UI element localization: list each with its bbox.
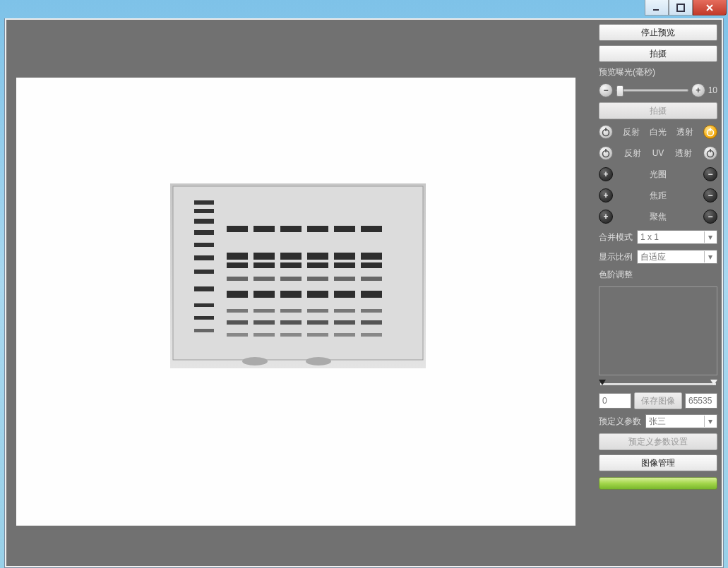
svg-rect-11	[194, 286, 214, 291]
preview-canvas	[16, 78, 575, 526]
histogram-box	[599, 286, 717, 375]
exposure-track[interactable]	[616, 89, 688, 92]
exposure-increase-button[interactable]: +	[691, 83, 705, 97]
svg-rect-28	[253, 309, 275, 313]
svg-rect-6	[194, 219, 214, 224]
stop-preview-button[interactable]: 停止预览	[599, 24, 717, 41]
svg-rect-62	[361, 333, 382, 337]
minus-icon: −	[708, 212, 712, 222]
svg-rect-57	[361, 262, 382, 268]
svg-rect-38	[280, 333, 302, 337]
svg-rect-51	[334, 291, 355, 298]
svg-rect-35	[280, 291, 302, 298]
svg-rect-37	[280, 320, 302, 325]
svg-rect-17	[227, 262, 248, 268]
svg-rect-15	[227, 226, 248, 232]
svg-rect-19	[227, 291, 248, 298]
merge-mode-label: 合并模式	[599, 231, 633, 243]
svg-rect-13	[194, 316, 214, 320]
aperture-minus-button[interactable]: −	[703, 167, 717, 181]
progress-bar	[599, 477, 717, 490]
exposure-thumb[interactable]	[616, 85, 623, 97]
display-ratio-select[interactable]: 自适应 ▾	[637, 250, 717, 264]
plus-icon: +	[603, 191, 608, 200]
svg-rect-54	[334, 333, 355, 337]
aperture-label: 光圈	[650, 169, 667, 181]
svg-rect-23	[253, 226, 275, 232]
histogram-slider[interactable]	[599, 381, 717, 388]
svg-rect-14	[194, 329, 214, 332]
svg-rect-59	[361, 291, 382, 298]
svg-rect-33	[280, 262, 302, 268]
svg-rect-18	[227, 277, 248, 281]
preset-select[interactable]: 张三 ▾	[645, 414, 717, 428]
svg-rect-16	[227, 253, 248, 260]
close-button[interactable]	[693, 0, 727, 16]
histogram-max-input[interactable]: 65535	[685, 393, 717, 409]
capture-button[interactable]: 拍摄	[599, 45, 717, 62]
svg-rect-9	[194, 255, 214, 260]
uv-reflect-power-button[interactable]	[599, 146, 613, 160]
svg-rect-8	[194, 243, 214, 247]
preview-exposure-slider: − + 10	[599, 83, 717, 98]
preview-exposure-label: 预览曝光(毫秒)	[599, 66, 717, 78]
white-transmit-power-button[interactable]	[703, 125, 717, 139]
histogram-min-handle[interactable]	[599, 380, 606, 385]
histogram-max-handle[interactable]	[710, 380, 717, 385]
uv-reflect-label: 反射	[624, 147, 641, 159]
display-ratio-value: 自适应	[640, 251, 666, 263]
svg-rect-56	[361, 253, 382, 260]
image-manage-button[interactable]: 图像管理	[599, 454, 717, 471]
histogram-track	[600, 383, 716, 385]
minimize-button[interactable]	[645, 0, 669, 16]
preset-settings-button[interactable]: 预定义参数设置	[599, 433, 717, 450]
white-transmit-label: 透射	[676, 126, 693, 138]
focus-row: + 聚焦 −	[599, 208, 717, 225]
svg-rect-47	[334, 226, 355, 232]
svg-rect-60	[361, 309, 382, 313]
capture-button-disabled: 拍摄	[599, 102, 717, 119]
display-ratio-label: 显示比例	[599, 251, 633, 263]
svg-rect-7	[194, 230, 214, 235]
svg-rect-39	[307, 226, 328, 232]
tone-adjust-label: 色阶调整	[599, 269, 717, 281]
svg-rect-50	[334, 277, 355, 281]
aperture-plus-button[interactable]: +	[599, 167, 613, 181]
focal-minus-button[interactable]: −	[703, 188, 717, 203]
white-light-row: 反射 白光 透射	[599, 123, 717, 140]
svg-rect-26	[253, 277, 275, 281]
save-image-button: 保存图像	[634, 392, 682, 409]
merge-mode-select[interactable]: 1 x 1 ▾	[637, 230, 717, 244]
focus-minus-button[interactable]: −	[703, 210, 717, 224]
plus-icon: +	[696, 85, 700, 95]
svg-rect-70	[605, 149, 607, 152]
svg-rect-46	[307, 333, 328, 337]
svg-rect-43	[307, 291, 328, 298]
histogram-min-input[interactable]: 0	[599, 393, 631, 409]
svg-rect-1	[677, 4, 684, 11]
svg-rect-61	[361, 320, 382, 325]
plus-icon: +	[603, 169, 608, 179]
maximize-button[interactable]	[669, 0, 693, 16]
svg-rect-34	[280, 277, 302, 281]
svg-rect-44	[307, 309, 328, 313]
white-reflect-label: 反射	[623, 126, 640, 138]
merge-mode-row: 合并模式 1 x 1 ▾	[599, 229, 717, 245]
svg-rect-36	[280, 309, 302, 313]
svg-rect-68	[710, 128, 711, 131]
svg-rect-20	[227, 309, 248, 313]
white-reflect-power-button[interactable]	[599, 125, 613, 139]
svg-rect-42	[307, 277, 328, 281]
chevron-down-icon: ▾	[704, 231, 715, 243]
svg-rect-40	[307, 253, 328, 260]
focal-plus-button[interactable]: +	[599, 188, 613, 203]
uv-transmit-power-button[interactable]	[703, 146, 717, 160]
window-titlebar	[0, 0, 728, 18]
display-ratio-row: 显示比例 自适应 ▾	[599, 249, 717, 265]
svg-rect-41	[307, 262, 328, 268]
preset-value: 张三	[649, 416, 666, 428]
svg-rect-24	[253, 253, 275, 260]
focus-plus-button[interactable]: +	[599, 210, 613, 224]
svg-point-63	[242, 357, 268, 365]
exposure-decrease-button[interactable]: −	[599, 83, 613, 97]
